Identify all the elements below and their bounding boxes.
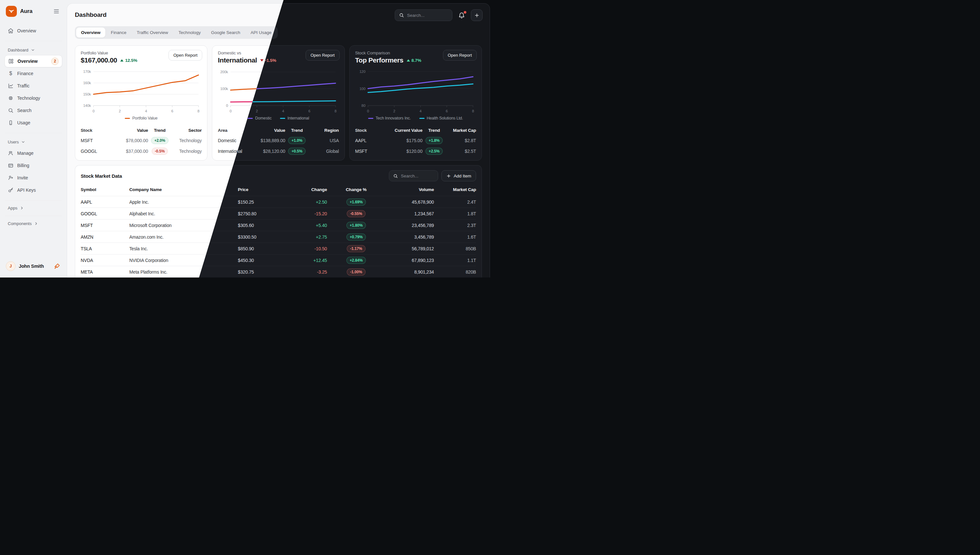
notification-dot	[464, 11, 466, 14]
key-icon	[8, 187, 14, 193]
global-search[interactable]	[395, 10, 452, 21]
brand: Aura	[5, 6, 62, 17]
svg-text:160k: 160k	[83, 81, 91, 85]
market-actions: Add Item	[389, 170, 476, 181]
sidebar-item-overview-top[interactable]: Overview	[5, 25, 62, 37]
svg-text:0: 0	[367, 109, 369, 113]
trend-pill: +2.0%	[151, 137, 169, 144]
svg-text:140k: 140k	[83, 104, 91, 107]
svg-text:150k: 150k	[83, 92, 91, 96]
svg-text:6: 6	[309, 109, 311, 113]
chevron-down-icon	[31, 48, 35, 52]
chevron-right-icon	[34, 221, 38, 226]
top-actions	[395, 10, 485, 21]
svg-text:8: 8	[197, 109, 199, 113]
svg-text:6: 6	[446, 109, 447, 113]
divider	[5, 200, 61, 201]
sidebar-item-overview[interactable]: Overview 2	[5, 55, 62, 67]
sidebar-item-billing[interactable]: Billing	[5, 159, 62, 172]
sidebar-item-label: Technology	[17, 96, 40, 101]
sidebar-item-technology[interactable]: Technology	[5, 92, 62, 104]
triangle-up-icon	[120, 59, 124, 61]
legend-swatch	[368, 118, 373, 119]
chevron-right-icon	[20, 206, 24, 210]
svg-text:0: 0	[230, 109, 232, 113]
sidebar-item-label: Manage	[17, 151, 34, 156]
chevron-down-icon	[21, 140, 25, 144]
smartphone-icon	[8, 120, 14, 126]
section-label: Dashboard	[8, 48, 29, 53]
users-icon	[8, 150, 14, 156]
theme-brush-icon[interactable]	[53, 262, 61, 270]
comparison-line-chart: 8010012002468	[355, 67, 476, 115]
search-icon	[399, 13, 404, 18]
sidebar-item-api-keys[interactable]: API Keys	[5, 184, 62, 196]
change-pct-pill: -1.17%	[347, 245, 365, 252]
section-apps[interactable]: Apps	[8, 205, 59, 210]
sidebar-item-label: API Keys	[17, 188, 36, 192]
section-users[interactable]: Users	[8, 140, 59, 144]
dashboard-grid-icon	[8, 58, 14, 64]
menu-icon[interactable]	[52, 7, 61, 16]
section-label: Users	[8, 140, 19, 144]
add-new-button[interactable]	[471, 10, 483, 21]
table-row: MSFT$78,000.00+2.0%Technology	[81, 135, 201, 146]
overview-badge: 2	[51, 58, 59, 65]
card-subtitle: International	[218, 56, 257, 64]
svg-text:4: 4	[282, 109, 285, 113]
svg-text:200k: 200k	[220, 70, 228, 74]
sidebar-item-manage[interactable]: Manage	[5, 147, 62, 159]
search-icon	[8, 107, 14, 113]
change-pct-pill: +1.80%	[346, 222, 366, 229]
sidebar-item-traffic[interactable]: Traffic	[5, 80, 62, 92]
tab-api-usage[interactable]: API Usage	[246, 27, 277, 38]
section-label: Apps	[8, 205, 18, 210]
change-pct-pill: +0.79%	[346, 233, 366, 241]
tab-google-search[interactable]: Google Search	[206, 27, 245, 38]
trend-pill: +0.5%	[288, 148, 306, 155]
svg-text:2: 2	[256, 109, 258, 113]
open-report-button[interactable]: Open Report	[443, 50, 477, 61]
sidebar-item-finance[interactable]: $ Finance	[5, 67, 62, 80]
svg-text:4: 4	[145, 109, 147, 113]
aura-logo-icon	[6, 6, 17, 17]
card-subtitle: Top Performers	[355, 56, 404, 64]
market-search-input[interactable]	[401, 173, 434, 178]
trend-pill: +1.0%	[288, 137, 306, 144]
svg-text:0: 0	[92, 109, 94, 113]
open-report-button[interactable]: Open Report	[306, 50, 339, 61]
page-title: Dashboard	[72, 10, 106, 18]
sidebar-item-label: Overview	[18, 59, 38, 64]
trend-pill: +1.8%	[425, 137, 443, 144]
tab-traffic-overview[interactable]: Traffic Overview	[132, 27, 173, 38]
open-report-button[interactable]: Open Report	[169, 50, 202, 61]
tab-technology[interactable]: Technology	[174, 27, 206, 38]
svg-text:80: 80	[361, 104, 365, 107]
svg-text:6: 6	[171, 109, 173, 113]
section-label: Components	[8, 221, 32, 226]
stock-comparison-card: Stock Comparison Top Performers 8.7% Ope…	[349, 45, 482, 160]
market-search[interactable]	[389, 170, 438, 181]
trend-pill: +2.5%	[425, 148, 443, 155]
table-row: MSFT$120.00+2.5%$2.5T	[355, 146, 476, 156]
legend-swatch	[419, 118, 425, 119]
tab-finance[interactable]: Finance	[106, 27, 131, 38]
chart-legend: Tech Innovators Inc. Health Solutions Lt…	[355, 116, 476, 120]
section-components[interactable]: Components	[8, 221, 59, 226]
avatar: J	[6, 261, 16, 271]
plus-icon	[474, 13, 480, 18]
tab-overview[interactable]: Overview	[76, 27, 105, 38]
add-item-button[interactable]: Add Item	[441, 170, 476, 181]
sidebar-item-usage[interactable]: Usage	[5, 117, 62, 129]
sidebar-item-invite[interactable]: Invite	[5, 172, 62, 184]
search-input[interactable]	[407, 13, 448, 18]
legend-swatch	[280, 118, 285, 119]
sidebar-item-search[interactable]: Search	[5, 104, 62, 117]
trend-pill: -0.5%	[152, 148, 168, 155]
sidebar-item-label: Invite	[17, 175, 28, 180]
svg-text:100k: 100k	[220, 87, 228, 91]
user-row[interactable]: J John Smith	[5, 261, 62, 271]
section-dashboard[interactable]: Dashboard	[8, 48, 59, 53]
legend-swatch	[125, 118, 130, 119]
notifications-bell-icon[interactable]	[458, 11, 466, 19]
